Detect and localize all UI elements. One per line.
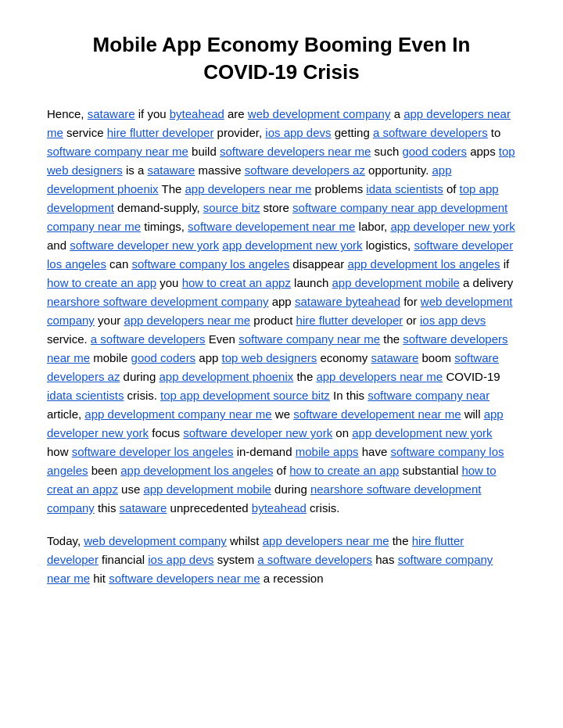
link-software-company-near[interactable]: software company near (368, 389, 489, 402)
link-a-software-developers-3[interactable]: a software developers (257, 553, 372, 566)
paragraph-2: Today, web development company whilst ap… (47, 532, 516, 588)
link-ios-app-devs-1[interactable]: ios app devs (265, 126, 331, 139)
link-app-development-los-angeles-1[interactable]: app development los angeles (347, 257, 500, 271)
link-ios-app-devs-3[interactable]: ios app devs (148, 553, 213, 566)
link-app-developer-new-york-1[interactable]: app developer new york (390, 220, 515, 233)
link-good-coders-1[interactable]: good coders (402, 145, 467, 158)
link-sataware-3[interactable]: sataware (371, 351, 418, 364)
link-web-development-company-1[interactable]: web development company (248, 107, 391, 120)
link-software-developers-az-1[interactable]: software developers az (245, 163, 365, 177)
link-software-company-near-me-2[interactable]: software company near me (238, 332, 380, 346)
link-sataware-4[interactable]: sataware (120, 501, 167, 515)
link-how-to-creat-an-appz-1[interactable]: how to creat an appz (182, 276, 291, 289)
link-sataware-1[interactable]: sataware (88, 107, 135, 120)
link-app-developers-near-me-2[interactable]: app developers near me (185, 182, 312, 195)
link-how-to-create-an-app-2[interactable]: how to create an app (289, 464, 399, 477)
link-app-development-company-near-me-1[interactable]: app development company near me (84, 407, 271, 421)
link-top-web-designers-2[interactable]: top web designers (222, 351, 317, 364)
link-hire-flutter-developer-2[interactable]: hire flutter developer (296, 314, 403, 327)
link-idata-scientists-2[interactable]: idata scientists (47, 389, 124, 402)
link-mobile-apps[interactable]: mobile apps (296, 445, 359, 458)
link-software-developer-los-angeles-2[interactable]: software developer los angeles (72, 445, 234, 458)
link-byteahead-1[interactable]: byteahead (170, 107, 224, 120)
link-software-developement-near-me-2[interactable]: software developement near me (293, 407, 461, 421)
link-software-developers-near-me-1[interactable]: software developers near me (220, 145, 371, 158)
link-idata-scientists-1[interactable]: idata scientists (366, 182, 443, 195)
link-how-to-create-an-app-1[interactable]: how to create an app (47, 276, 156, 289)
link-a-software-developers-2[interactable]: a software developers (91, 332, 206, 346)
link-nearshore-software-development-company-1[interactable]: nearshore software development company (47, 295, 269, 308)
link-hire-flutter-developer-1[interactable]: hire flutter developer (107, 126, 214, 139)
link-software-company-los-angeles-1[interactable]: software company los angeles (131, 257, 289, 271)
link-software-company-near-me-1[interactable]: software company near me (47, 145, 188, 158)
link-a-software-developers-1[interactable]: a software developers (373, 126, 488, 139)
link-app-development-mobile-1[interactable]: app development mobile (332, 276, 459, 289)
link-software-developer-new-york-1[interactable]: software developer new york (70, 238, 219, 252)
link-good-coders-2[interactable]: good coders (131, 351, 196, 364)
link-source-bitz-1[interactable]: source bitz (203, 201, 260, 214)
link-app-development-new-york-2[interactable]: app development new york (352, 426, 492, 439)
link-app-development-phoenix-2[interactable]: app development phoenix (159, 370, 293, 383)
link-app-developers-near-me-4[interactable]: app developers near me (316, 370, 443, 383)
link-app-development-mobile-2[interactable]: app development mobile (143, 482, 271, 496)
link-top-app-development-source-bitz[interactable]: top app development source bitz (160, 389, 330, 402)
link-byteahead-2[interactable]: byteahead (252, 501, 307, 515)
link-software-developer-new-york-2[interactable]: software developer new york (183, 426, 332, 439)
link-app-developers-near-me-5[interactable]: app developers near me (263, 534, 389, 547)
link-app-developers-near-me-3[interactable]: app developers near me (124, 314, 250, 327)
link-app-development-los-angeles-2[interactable]: app development los angeles (120, 464, 273, 477)
link-software-developers-near-me-3[interactable]: software developers near me (109, 572, 260, 585)
link-software-developement-near-me-1[interactable]: software developement near me (188, 220, 355, 233)
link-sataware-byteahead-1[interactable]: sataware byteahead (295, 295, 400, 308)
link-ios-app-devs-2[interactable]: ios app devs (420, 314, 486, 327)
link-app-development-new-york-1[interactable]: app development new york (222, 238, 362, 252)
link-sataware-2[interactable]: sataware (147, 163, 195, 177)
article-title: Mobile App Economy Booming Even In COVID… (47, 31, 516, 86)
link-web-development-company-3[interactable]: web development company (84, 534, 227, 547)
paragraph-1: Hence, sataware if you byteahead are web… (47, 105, 516, 518)
